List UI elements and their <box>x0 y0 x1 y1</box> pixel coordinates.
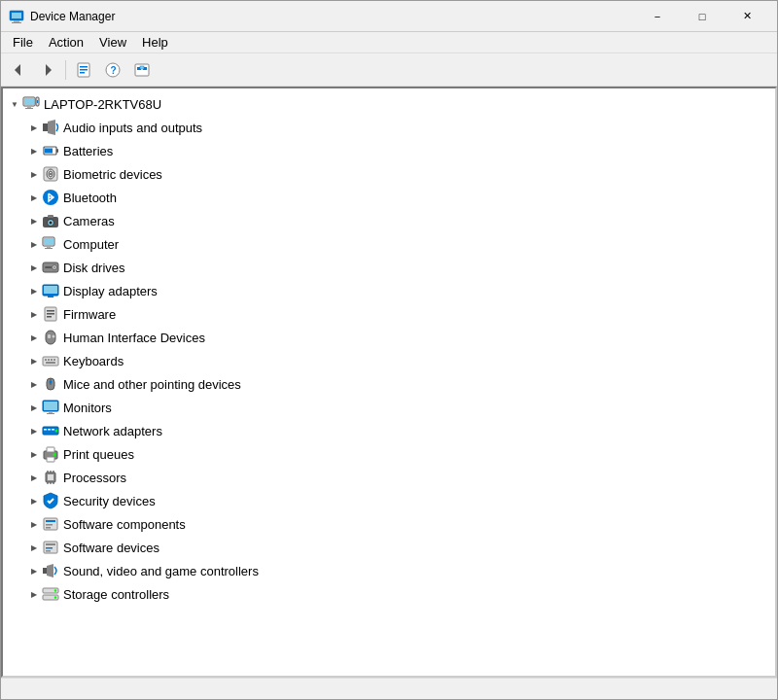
tree-item-bluetooth[interactable]: Bluetooth <box>3 186 775 209</box>
icon-software-devices <box>42 539 59 556</box>
expand-btn-sound[interactable] <box>26 563 42 578</box>
svg-rect-90 <box>46 547 53 549</box>
svg-rect-91 <box>46 550 51 552</box>
label-audio: Audio inputs and outputs <box>63 121 202 135</box>
menu-item-help[interactable]: Help <box>134 32 176 52</box>
tree-item-sound[interactable]: Sound, video and game controllers <box>3 559 775 582</box>
forward-button[interactable] <box>34 57 61 83</box>
tree-item-audio[interactable]: Audio inputs and outputs <box>3 116 775 139</box>
window-title: Device Manager <box>30 10 635 23</box>
tree-item-hid[interactable]: Human Interface Devices <box>3 326 775 349</box>
svg-rect-18 <box>27 106 31 108</box>
minimize-button[interactable]: − <box>635 1 680 32</box>
icon-software-components <box>42 515 59 533</box>
tree-item-software-devices[interactable]: Software devices <box>3 536 775 559</box>
expand-btn-batteries[interactable] <box>26 143 42 158</box>
label-batteries: Batteries <box>63 144 113 158</box>
tree-item-processors[interactable]: Processors <box>3 466 775 489</box>
svg-rect-66 <box>47 413 54 414</box>
expand-btn-network[interactable] <box>26 423 42 438</box>
svg-rect-21 <box>37 100 38 103</box>
icon-hid <box>42 329 59 346</box>
svg-point-71 <box>55 430 58 433</box>
tree-root-item[interactable]: LAPTOP-2RKTV68U <box>3 92 775 116</box>
tree-item-network[interactable]: Network adapters <box>3 419 775 442</box>
menu-item-file[interactable]: File <box>5 32 41 52</box>
icon-monitors <box>42 399 59 416</box>
expand-btn-hid[interactable] <box>26 330 42 345</box>
tree-root: LAPTOP-2RKTV68U Audio inputs and outputs… <box>3 88 775 610</box>
close-button[interactable]: ✕ <box>725 1 769 32</box>
properties-button[interactable] <box>70 57 97 83</box>
svg-point-34 <box>50 222 53 225</box>
svg-rect-92 <box>43 568 47 574</box>
menu-item-action[interactable]: Action <box>41 32 91 52</box>
tree-item-batteries[interactable]: Batteries <box>3 139 775 162</box>
tree-item-computer[interactable]: Computer <box>3 232 775 256</box>
label-software-components: Software components <box>63 517 186 532</box>
menu-item-view[interactable]: View <box>91 32 134 52</box>
expand-btn-display-adapters[interactable] <box>26 283 42 298</box>
svg-rect-45 <box>44 286 57 294</box>
tree-item-disk-drives[interactable]: Disk drives <box>3 256 775 279</box>
expand-btn-biometric[interactable] <box>26 166 42 182</box>
tree-item-monitors[interactable]: Monitors <box>3 396 775 419</box>
tree-item-display-adapters[interactable]: Display adapters <box>3 279 775 302</box>
expand-btn-cameras[interactable] <box>26 213 42 228</box>
expand-btn-disk-drives[interactable] <box>26 260 42 275</box>
expand-btn-software-components[interactable] <box>26 516 42 532</box>
svg-rect-59 <box>46 362 55 364</box>
svg-rect-73 <box>47 447 54 452</box>
root-expand-btn[interactable] <box>7 96 22 112</box>
svg-rect-69 <box>48 429 51 431</box>
expand-btn-print[interactable] <box>26 446 42 462</box>
expand-btn-firmware[interactable] <box>26 306 42 322</box>
svg-point-53 <box>53 335 55 338</box>
svg-rect-48 <box>47 310 54 312</box>
expand-btn-mice[interactable] <box>26 376 42 392</box>
svg-rect-74 <box>47 457 54 462</box>
expand-btn-keyboards[interactable] <box>26 353 42 368</box>
device-tree[interactable]: LAPTOP-2RKTV68U Audio inputs and outputs… <box>3 88 775 676</box>
tree-item-storage[interactable]: Storage controllers <box>3 582 775 606</box>
tree-item-biometric[interactable]: Biometric devices <box>3 162 775 186</box>
label-sound: Sound, video and game controllers <box>63 564 259 578</box>
svg-rect-87 <box>46 527 51 529</box>
svg-rect-50 <box>47 316 52 318</box>
icon-network <box>42 422 59 439</box>
expand-btn-storage[interactable] <box>26 586 42 602</box>
label-security: Security devices <box>63 494 156 508</box>
svg-rect-15 <box>140 66 144 69</box>
expand-btn-software-devices[interactable] <box>26 540 42 555</box>
view-tree-button[interactable] <box>128 57 156 83</box>
svg-rect-68 <box>44 429 47 431</box>
restore-button[interactable]: □ <box>680 1 725 32</box>
label-disk-drives: Disk drives <box>63 261 125 275</box>
title-bar: Device Manager − □ ✕ <box>1 1 777 32</box>
expand-btn-computer[interactable] <box>26 236 42 252</box>
app-icon <box>9 9 24 24</box>
expand-btn-bluetooth[interactable] <box>26 190 42 205</box>
expand-btn-processors[interactable] <box>26 470 42 485</box>
svg-rect-85 <box>46 520 55 522</box>
svg-point-30 <box>50 173 52 175</box>
svg-rect-56 <box>48 359 50 361</box>
tree-item-cameras[interactable]: Cameras <box>3 209 775 232</box>
tree-item-software-components[interactable]: Software components <box>3 512 775 536</box>
label-bluetooth: Bluetooth <box>63 191 117 205</box>
tree-item-mice[interactable]: Mice and other pointing devices <box>3 372 775 396</box>
svg-rect-65 <box>49 411 53 413</box>
tree-item-print[interactable]: Print queues <box>3 442 775 466</box>
expand-btn-audio[interactable] <box>26 120 42 135</box>
svg-marker-23 <box>48 120 55 135</box>
tree-item-keyboards[interactable]: Keyboards <box>3 349 775 372</box>
toolbar-separator-1 <box>65 60 66 80</box>
tree-item-firmware[interactable]: Firmware <box>3 302 775 326</box>
icon-batteries <box>42 142 59 159</box>
tree-item-security[interactable]: Security devices <box>3 489 775 512</box>
expand-btn-monitors[interactable] <box>26 400 42 415</box>
back-button[interactable] <box>5 57 32 83</box>
help-button[interactable]: ? <box>99 57 126 83</box>
expand-btn-security[interactable] <box>26 493 42 508</box>
svg-rect-54 <box>43 357 58 366</box>
